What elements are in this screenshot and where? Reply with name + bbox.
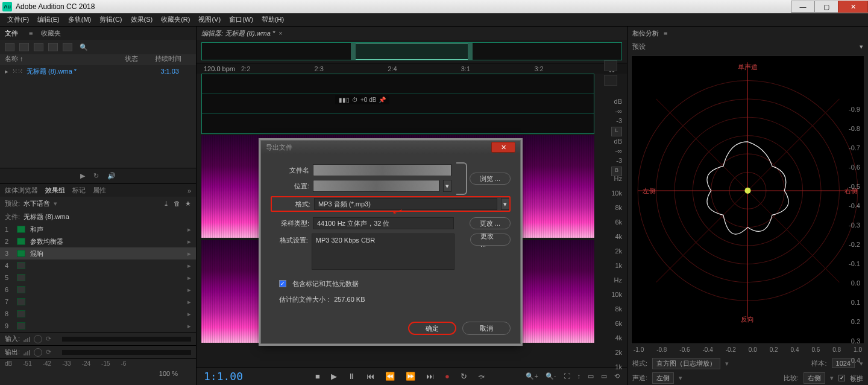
hud-db-value[interactable]: +0 dB bbox=[360, 97, 376, 103]
location-dropdown-icon[interactable]: ▾ bbox=[443, 180, 451, 192]
filename-input[interactable] bbox=[313, 164, 451, 176]
chevron-icon[interactable]: ▸ bbox=[187, 322, 191, 330]
effect-slot[interactable]: 2参数均衡器▸ bbox=[0, 235, 196, 247]
power-toggle[interactable] bbox=[17, 262, 25, 269]
record-button[interactable]: ● bbox=[445, 372, 450, 381]
menu-help[interactable]: 帮助(H) bbox=[258, 14, 288, 25]
forward-button[interactable]: ⏩ bbox=[406, 372, 415, 381]
browse-button[interactable]: 浏览 ... bbox=[470, 173, 511, 185]
panel-menu-icon[interactable]: ≡ bbox=[664, 30, 667, 37]
expand-icon[interactable]: ▸ bbox=[5, 68, 8, 75]
close-button[interactable]: ✕ bbox=[838, 1, 868, 13]
zoom-fit-icon[interactable]: ⛶ bbox=[564, 372, 570, 380]
file-row[interactable]: ▸ ⁙⁙ 无标题 (8).wma * 3:1.03 bbox=[0, 65, 196, 77]
timeline-ruler[interactable]: 120.0 bpm 2:2 2:3 2:4 3:1 3:2 🎧 bbox=[197, 63, 627, 74]
zoom-sel-icon[interactable]: ▭ bbox=[588, 372, 594, 380]
tab-favorites[interactable]: 收藏夹 bbox=[41, 29, 61, 38]
minimize-button[interactable]: — bbox=[791, 1, 815, 13]
preset-value[interactable]: 水下语音 bbox=[24, 199, 50, 208]
chevron-icon[interactable]: ▸ bbox=[187, 298, 191, 306]
save-preset-icon[interactable]: ⤓ bbox=[163, 200, 169, 208]
star-icon[interactable]: ★ bbox=[185, 200, 191, 208]
change-settings-button[interactable]: 更改 ... bbox=[470, 234, 511, 246]
channel-select[interactable]: 左侧 bbox=[652, 372, 674, 384]
ok-button[interactable]: 确定 bbox=[408, 322, 456, 335]
mini-volume-icon[interactable]: 🔊 bbox=[107, 172, 116, 180]
power-toggle[interactable] bbox=[17, 298, 25, 305]
overview-selection[interactable] bbox=[353, 43, 471, 60]
zoom-value[interactable]: 100 % bbox=[159, 370, 178, 377]
phase-scope[interactable]: 单声道 左侧 右侧 反向 -0.9 -0.8-0.7 -0.6-0.5 -0.4… bbox=[631, 56, 864, 344]
effect-slot[interactable]: 9▸ bbox=[0, 320, 196, 332]
selection-handle-left[interactable] bbox=[351, 43, 356, 60]
zoom-v-icon[interactable]: ↕ bbox=[577, 372, 581, 380]
mini-play-icon[interactable]: ▶ bbox=[80, 172, 85, 180]
dialog-titlebar[interactable]: 导出文件 ✕ bbox=[261, 141, 520, 154]
power-toggle[interactable] bbox=[17, 310, 25, 317]
chevron-icon[interactable]: ▸ bbox=[187, 226, 191, 234]
mini-loop-icon[interactable]: ↻ bbox=[93, 172, 99, 180]
col-name[interactable]: 名称 ↑ bbox=[5, 54, 125, 65]
menu-file[interactable]: 文件(F) bbox=[4, 14, 33, 25]
chevron-icon[interactable]: ▸ bbox=[187, 310, 191, 318]
chevron-icon[interactable]: ▸ bbox=[187, 238, 191, 246]
effect-slot[interactable]: 7▸ bbox=[0, 296, 196, 308]
tab-phase-analysis[interactable]: 相位分析 bbox=[632, 29, 659, 38]
zoom-in-icon[interactable]: 🔍+ bbox=[526, 372, 538, 380]
record-icon[interactable] bbox=[34, 43, 43, 51]
chevron-icon[interactable]: ▸ bbox=[187, 286, 191, 294]
power-toggle[interactable] bbox=[17, 226, 25, 233]
view-toggle-icon[interactable] bbox=[604, 60, 617, 71]
cancel-button[interactable]: 取消 bbox=[462, 322, 511, 335]
menu-effects[interactable]: 效果(S) bbox=[127, 14, 157, 25]
compare-select[interactable]: 右侧 bbox=[804, 372, 825, 384]
power-toggle[interactable] bbox=[17, 238, 25, 245]
panel-menu-icon[interactable]: ≡ bbox=[29, 30, 33, 37]
power-toggle[interactable] bbox=[17, 250, 25, 257]
loop-button[interactable]: ↻ bbox=[461, 372, 467, 381]
hud-pin-icon[interactable]: 📌 bbox=[379, 97, 386, 103]
channel-l-button[interactable]: L bbox=[611, 127, 622, 136]
skip-button[interactable]: ⤼ bbox=[478, 372, 485, 381]
menu-multitrack[interactable]: 多轨(M) bbox=[64, 14, 95, 25]
chevron-icon[interactable]: ▸ bbox=[187, 250, 191, 258]
format-select[interactable]: MP3 音频 (*.mp3) bbox=[314, 198, 497, 210]
more-tabs-icon[interactable]: » bbox=[187, 187, 191, 194]
preset-dropdown-icon[interactable]: ▾ bbox=[860, 43, 863, 51]
power-toggle[interactable] bbox=[17, 274, 25, 281]
effect-slot-selected[interactable]: 3混响▸ bbox=[0, 247, 196, 259]
chevron-down-icon[interactable]: ▾ bbox=[830, 374, 834, 382]
mode-select[interactable]: 直方图（日志增放） bbox=[652, 358, 720, 369]
normalize-checkbox[interactable] bbox=[838, 375, 845, 381]
waveform-area[interactable]: ▮▮▯ ⏱ +0 dB 📌 bbox=[201, 74, 594, 134]
effect-slot[interactable]: 4▸ bbox=[0, 259, 196, 272]
effect-slot[interactable]: 6▸ bbox=[0, 284, 196, 296]
maximize-button[interactable]: ▢ bbox=[814, 1, 838, 13]
col-status[interactable]: 状态 bbox=[125, 54, 155, 65]
next-button[interactable]: ⏭ bbox=[426, 372, 434, 381]
power-toggle[interactable] bbox=[17, 286, 25, 293]
effect-slot[interactable]: 8▸ bbox=[0, 308, 196, 320]
tab-effects-rack[interactable]: 效果组 bbox=[45, 186, 65, 195]
selection-handle-right[interactable] bbox=[468, 43, 473, 60]
preset-dropdown-icon[interactable]: ▾ bbox=[54, 200, 57, 208]
close-editor-icon[interactable]: × bbox=[278, 30, 282, 37]
chevron-icon[interactable]: ▸ bbox=[187, 262, 191, 270]
knob-arrow-icon[interactable]: ⟳ bbox=[46, 348, 51, 356]
pause-button[interactable]: ⏸ bbox=[348, 372, 356, 381]
change-sample-button[interactable]: 更改 ... bbox=[470, 217, 511, 229]
view-toggle-icon[interactable] bbox=[604, 75, 617, 86]
overview-bar[interactable] bbox=[201, 42, 622, 60]
rewind-button[interactable]: ⏪ bbox=[385, 372, 395, 381]
tab-markers[interactable]: 标记 bbox=[72, 186, 86, 195]
power-toggle[interactable] bbox=[17, 322, 25, 329]
zoom-out-icon[interactable]: 🔍- bbox=[546, 372, 556, 380]
prev-button[interactable]: ⏮ bbox=[366, 372, 374, 381]
effect-slot[interactable]: 5▸ bbox=[0, 272, 196, 284]
menu-window[interactable]: 窗口(W) bbox=[225, 14, 257, 25]
tab-properties[interactable]: 属性 bbox=[93, 186, 106, 195]
location-input[interactable] bbox=[313, 180, 439, 192]
menu-edit[interactable]: 编辑(E) bbox=[34, 14, 63, 25]
chevron-icon[interactable]: ▸ bbox=[187, 274, 191, 282]
timecode[interactable]: 1:1.00 bbox=[204, 370, 243, 383]
